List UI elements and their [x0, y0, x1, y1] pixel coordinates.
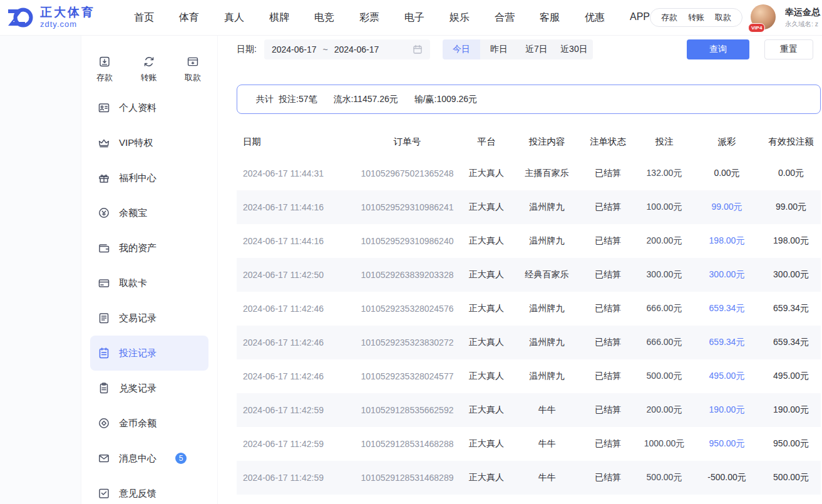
sidebar-item-yuebao[interactable]: 余额宝	[90, 195, 208, 230]
nav-item[interactable]: 棋牌	[269, 11, 289, 24]
sidebar-item-label: 交易记录	[119, 312, 157, 324]
nav-item[interactable]: APP	[630, 11, 650, 24]
table-row: 2024-06-17 11:42:46 1010529235328024576 …	[237, 292, 821, 326]
sidebar-item-feedback[interactable]: 意见反馈	[90, 476, 208, 504]
main-content: 日期: 2024-06-17 ~ 2024-06-17 今日昨日近7日近30日 …	[218, 36, 822, 504]
table-row: 2024-06-17 11:42:50 1010529263839203328 …	[237, 258, 821, 292]
quick-action-deposit[interactable]: 存款	[96, 55, 113, 83]
column-header-status: 注单状态	[580, 136, 636, 148]
cell-platform: 正大真人	[459, 168, 514, 179]
quick-action-withdraw[interactable]: 取款	[185, 55, 201, 83]
quick-action-transfer[interactable]: 转账	[141, 55, 157, 83]
cell-date: 2024-06-17 11:42:46	[237, 304, 356, 314]
date-range-separator: ~	[323, 44, 328, 54]
sidebar-item-messages[interactable]: 消息中心 5	[90, 441, 208, 476]
column-header-date: 日期	[237, 136, 356, 148]
wallet-quick-link[interactable]: 转账	[688, 12, 704, 23]
quick-range-button[interactable]: 近7日	[518, 39, 555, 59]
nav-item[interactable]: 电子	[404, 11, 424, 24]
filter-actions: 查询 重置	[687, 39, 821, 59]
cell-valid: 659.34元	[761, 303, 821, 314]
nav-item[interactable]: 优惠	[585, 11, 605, 24]
table-row: 2024-06-17 11:42:46 1010529235323830272 …	[237, 326, 821, 359]
cell-bet: 100.00元	[636, 202, 692, 213]
unread-count-badge: 5	[175, 453, 187, 464]
summary-prefix: 共计	[256, 94, 274, 105]
filter-bar: 日期: 2024-06-17 ~ 2024-06-17 今日昨日近7日近30日 …	[237, 39, 821, 59]
sidebar-item-transactions[interactable]: 交易记录	[90, 301, 208, 336]
wallet-quick-link[interactable]: 存款	[661, 12, 677, 23]
cell-status: 已结算	[580, 438, 636, 450]
query-button[interactable]: 查询	[687, 39, 749, 59]
sidebar-item-label: 消息中心	[119, 453, 157, 465]
quick-range-button[interactable]: 今日	[443, 39, 480, 59]
sidebar-item-bet-records[interactable]: 投注记录	[90, 336, 208, 371]
cell-content: 温州牌九	[514, 371, 580, 382]
nav-item[interactable]: 客服	[540, 11, 560, 24]
nav-item[interactable]: 合营	[495, 11, 515, 24]
nav-item[interactable]: 真人	[224, 11, 244, 24]
cell-valid: 500.00元	[761, 472, 821, 483]
sidebar-item-redeem-records[interactable]: 兑奖记录	[90, 371, 208, 406]
brand-logo[interactable]: 正大体育 zdty.com	[6, 5, 106, 30]
date-to-value: 2024-06-17	[334, 44, 379, 54]
user-avatar[interactable]: VIP4	[751, 4, 777, 31]
cell-valid: 190.00元	[761, 404, 821, 416]
sidebar-item-label: 余额宝	[119, 207, 147, 219]
reset-button[interactable]: 重置	[764, 39, 813, 59]
cell-bet: 300.00元	[636, 269, 692, 280]
cell-content: 经典百家乐	[514, 269, 580, 280]
nav-item[interactable]: 娱乐	[450, 11, 470, 24]
column-header-platform: 平台	[459, 136, 514, 148]
wallet-icon	[98, 242, 110, 254]
nav-item[interactable]: 体育	[179, 11, 199, 24]
date-range-picker[interactable]: 2024-06-17 ~ 2024-06-17	[264, 39, 430, 59]
cell-content: 主播百家乐	[514, 168, 580, 179]
cell-date: 2024-06-17 11:42:46	[237, 371, 356, 381]
cell-payout: 190.00元	[692, 404, 761, 416]
cell-payout: -500.00元	[692, 472, 761, 483]
table-row: 2024-06-17 11:44:16 1010529529310986240 …	[237, 224, 821, 258]
vip-badge: VIP4	[748, 23, 765, 33]
deposit-icon	[97, 55, 112, 68]
wallet-quick-link[interactable]: 取款	[715, 12, 731, 23]
cell-status: 已结算	[580, 472, 636, 483]
cell-payout: 950.00元	[692, 438, 761, 450]
bet-record-icon	[98, 347, 110, 359]
sidebar-item-vip[interactable]: VIP特权	[90, 125, 208, 160]
sidebar-item-label: 投注记录	[119, 347, 157, 359]
date-filter-label: 日期:	[237, 44, 257, 55]
sidebar-item-label: 福利中心	[119, 172, 157, 184]
cell-date: 2024-06-17 11:42:50	[237, 270, 356, 280]
cell-payout: 99.00元	[692, 202, 761, 213]
sidebar-item-label: VIP特权	[119, 137, 153, 149]
cell-order-no: 1010529235328024576	[356, 304, 459, 314]
sidebar-menu: 个人资料 VIP特权 福利中心 余额宝	[81, 90, 217, 504]
calendar-icon	[413, 44, 423, 54]
column-header-order-no: 订单号	[356, 136, 459, 148]
cell-payout: 198.00元	[692, 235, 761, 247]
nav-item[interactable]: 首页	[134, 11, 154, 24]
sidebar-item-profile[interactable]: 个人资料	[90, 90, 208, 125]
cell-status: 已结算	[580, 269, 636, 280]
brand-logo-icon	[6, 5, 35, 30]
quick-range-button[interactable]: 近30日	[555, 39, 593, 59]
sidebar-item-label: 取款卡	[119, 277, 147, 289]
sidebar-item-withdraw-card[interactable]: 取款卡	[90, 265, 208, 301]
nav-item[interactable]: 电竞	[314, 11, 334, 24]
cell-status: 已结算	[580, 303, 636, 314]
brand-domain: zdty.com	[40, 20, 95, 29]
cell-content: 牛牛	[514, 472, 580, 483]
sidebar-item-welfare[interactable]: 福利中心	[90, 160, 208, 195]
cell-bet: 1000.00元	[636, 438, 692, 450]
sidebar-item-gold-balance[interactable]: 金币余额	[90, 406, 208, 441]
nav-item[interactable]: 彩票	[359, 11, 379, 24]
summary-bet-count: 投注:57笔	[279, 94, 317, 105]
cell-valid: 659.34元	[761, 337, 821, 348]
table-header: 日期 订单号 平台 投注内容 注单状态 投注 派彩 有效投注额	[237, 126, 821, 157]
cell-bet: 500.00元	[636, 371, 692, 382]
summary-win-loss: 输/赢:1009.26元	[414, 94, 477, 105]
quick-range-button[interactable]: 昨日	[480, 39, 518, 59]
cell-status: 已结算	[580, 235, 636, 247]
sidebar-item-assets[interactable]: 我的资产	[90, 230, 208, 265]
